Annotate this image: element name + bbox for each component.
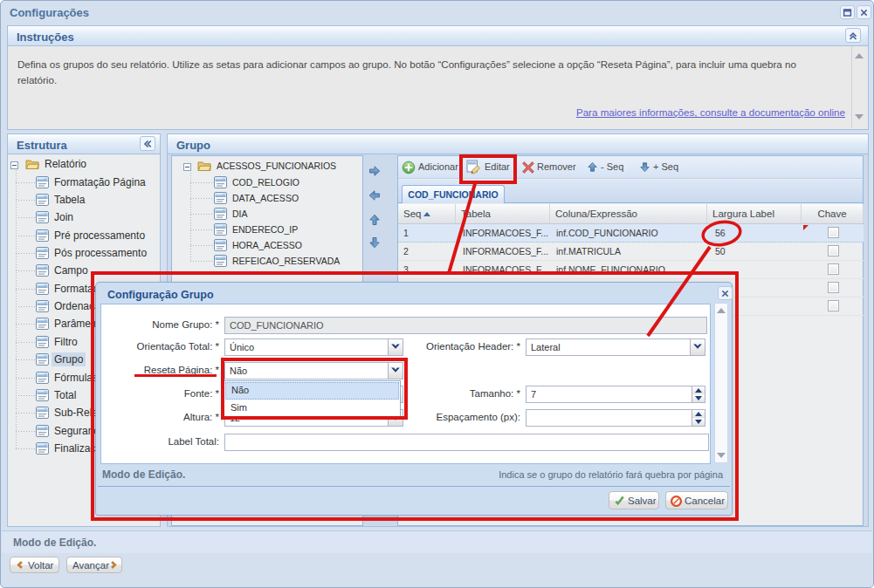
report-node-icon: [36, 176, 49, 188]
chave-checkbox[interactable]: [828, 245, 839, 256]
close-button[interactable]: [857, 5, 871, 19]
sidebar-item-campo[interactable]: Campo: [36, 263, 91, 279]
tab-cod-funcionario[interactable]: COD_FUNCIONARIO: [402, 185, 505, 203]
seq-minus-button[interactable]: - Seq: [601, 161, 623, 172]
tree-line: [16, 306, 36, 307]
annotation-underline-reseta: [134, 374, 217, 377]
report-node-icon: [214, 239, 227, 251]
instructions-body: Defina os grupos do seu relatório. Utili…: [8, 46, 868, 129]
field-item-hora-acesso[interactable]: HORA_ACESSO: [214, 238, 305, 254]
scroll-down-icon[interactable]: [855, 114, 864, 120]
instructions-title: Instruções: [17, 31, 74, 44]
window-title: Configurações: [10, 6, 89, 19]
report-node-icon: [36, 194, 49, 206]
tree-expander-minus[interactable]: [10, 161, 18, 169]
estrutura-header: Estrutura: [8, 134, 160, 154]
add-icon: [402, 161, 416, 174]
field-item-endereco-ip[interactable]: ENDERECO_IP: [214, 222, 300, 238]
tree-line: [16, 236, 36, 236]
column-header-coluna[interactable]: Coluna/Expressão: [550, 204, 707, 223]
chave-checkbox[interactable]: [828, 227, 839, 238]
tree-line: [16, 431, 36, 432]
tree-line: [16, 413, 36, 414]
tree-line: [16, 378, 36, 379]
sidebar-item-formatacao-pagina[interactable]: Formatação Página: [36, 175, 148, 191]
field-item-dia[interactable]: DIA: [214, 207, 251, 222]
scrollbar-divider: [851, 46, 852, 128]
scroll-up-icon[interactable]: [855, 53, 864, 58]
back-icon: [14, 559, 25, 571]
documentation-link[interactable]: Para maiores informações, consulte a doc…: [576, 106, 845, 118]
report-node-icon: [214, 255, 227, 267]
tree-line: [16, 182, 36, 183]
tree-line: [16, 289, 36, 290]
report-node-icon: [36, 442, 49, 455]
chave-checkbox[interactable]: [828, 300, 839, 311]
field-item-cod-relogio[interactable]: COD_RELOGIO: [214, 175, 302, 191]
move-left-icon[interactable]: [368, 188, 382, 202]
report-node-icon: [36, 247, 49, 259]
tree-line: [16, 448, 36, 449]
report-node-icon: [214, 176, 227, 188]
tree-node-root[interactable]: ACESSOS_FUNCIONARIOS: [197, 159, 339, 174]
annotation-rect-combo: [221, 358, 408, 420]
tree-node-root[interactable]: Relatório: [25, 157, 89, 173]
instructions-text-line1: Defina os grupos do seu relatório. Utili…: [17, 58, 796, 70]
column-header-largura[interactable]: Largura Label: [707, 204, 802, 223]
sidebar-item-pre-processamento[interactable]: Pré processamento: [36, 229, 148, 244]
avancar-button[interactable]: Avançar: [66, 557, 122, 573]
report-node-icon: [36, 264, 49, 277]
annotation-rect-editar: [459, 154, 517, 184]
collapse-up-icon: [847, 30, 859, 42]
report-node-icon: [36, 407, 49, 419]
estrutura-title: Estrutura: [17, 139, 67, 152]
grupo-title: Grupo: [176, 139, 210, 152]
sidebar-item-pos-processamento[interactable]: Pós processamento: [36, 246, 149, 262]
field-item-refeicao-reservada[interactable]: REFEICAO_RESERVADA: [214, 254, 342, 270]
move-right-icon[interactable]: [368, 164, 382, 178]
tree-line: [16, 395, 36, 396]
remover-button[interactable]: Remover: [537, 161, 576, 172]
sort-asc-icon: [423, 212, 430, 216]
collapse-left-button[interactable]: [140, 136, 155, 151]
move-up-icon[interactable]: [368, 213, 382, 227]
field-item-data-acesso[interactable]: DATA_ACESSO: [214, 191, 301, 207]
adicionar-button[interactable]: Adicionar: [418, 161, 458, 172]
grid-row-1[interactable]: 1 INFORMACOES_F... inf.COD_FUNCIONARIO 5…: [398, 224, 864, 243]
seq-down-icon: [638, 161, 651, 174]
dirty-cell-marker: [803, 225, 809, 230]
instructions-text-line2: relatório.: [17, 74, 57, 85]
forward-icon: [108, 559, 120, 571]
tree-line: [190, 214, 214, 215]
sidebar-item-filtro[interactable]: Filtro: [36, 335, 80, 351]
remove-icon: [521, 161, 535, 174]
folder-open-icon: [25, 159, 39, 170]
annotation-rect-dialog: [91, 271, 739, 521]
report-node-icon: [36, 389, 49, 401]
report-node-icon: [36, 353, 49, 366]
maximize-button[interactable]: [840, 5, 855, 19]
configuracoes-window: Configurações Instruções Defina os grupo…: [0, 0, 874, 588]
sidebar-item-join[interactable]: Join: [36, 210, 76, 226]
collapse-panel-button[interactable]: [845, 28, 861, 43]
grid-row-2[interactable]: 2 INFORMACOES_F... inf.MATRICULA 50: [398, 243, 864, 261]
instructions-header: Instruções: [8, 26, 868, 46]
tree-expander-minus[interactable]: [183, 163, 191, 171]
report-node-icon: [36, 336, 49, 348]
grid-header: Seq Tabela Coluna/Expressão Largura Labe…: [398, 204, 863, 224]
column-header-tabela[interactable]: Tabela: [456, 204, 550, 223]
chave-checkbox[interactable]: [828, 263, 839, 275]
sidebar-item-grupo[interactable]: Grupo: [36, 352, 86, 368]
close-icon: [858, 7, 870, 18]
sidebar-item-total[interactable]: Total: [36, 388, 79, 404]
voltar-button[interactable]: Voltar: [10, 557, 59, 573]
column-header-chave[interactable]: Chave: [802, 204, 864, 223]
move-down-icon[interactable]: [368, 236, 382, 250]
tree-line: [16, 342, 36, 343]
report-node-icon: [36, 425, 49, 437]
sidebar-item-tabela[interactable]: Tabela: [36, 193, 87, 209]
chave-checkbox[interactable]: [828, 282, 839, 293]
report-node-icon: [36, 372, 49, 384]
seq-plus-button[interactable]: + Seq: [653, 161, 678, 172]
folder-open-icon: [197, 161, 211, 172]
